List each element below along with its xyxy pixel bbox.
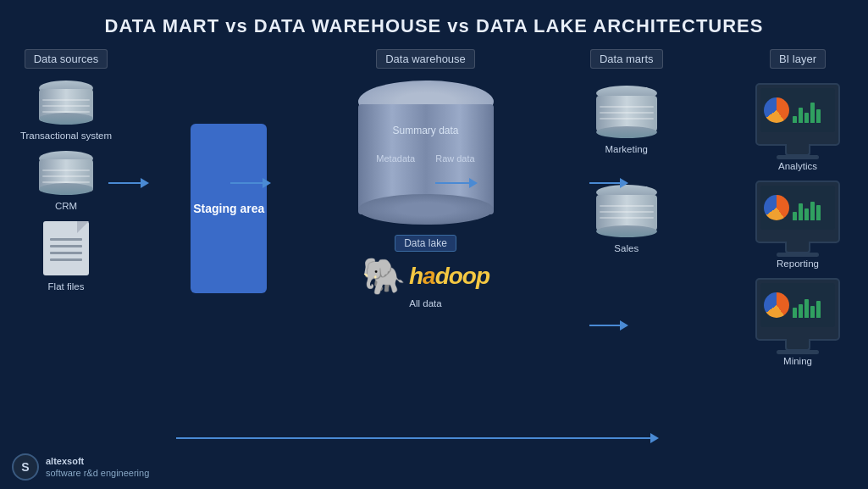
inner-labels: Summary data Metadata Raw data [358, 125, 494, 164]
db-sales [596, 185, 657, 237]
cyl-bottom [596, 225, 657, 237]
bar1 [793, 308, 797, 318]
bar1 [793, 212, 797, 220]
staging-box: Staging area [191, 124, 267, 293]
analytics-screen [760, 88, 835, 132]
arrow-staging-warehouse [230, 178, 271, 188]
bar5 [816, 301, 821, 318]
arrow-head [650, 433, 659, 443]
data-lake-section: Data lake 🐘 hadoop All data [362, 235, 489, 308]
arrow-head [620, 320, 628, 331]
logo-symbol: S [21, 460, 29, 474]
bi-label: BI layer [770, 49, 826, 69]
bar2 [799, 203, 803, 220]
bar5 [816, 205, 821, 220]
meta-label: Metadata [376, 153, 415, 164]
marts-label: Data marts [590, 49, 663, 69]
mining-bars [793, 292, 821, 318]
col-staging: Staging area [182, 49, 275, 293]
bottom-labels: Metadata Raw data [376, 153, 474, 164]
hadoop-logo: 🐘 hadoop [362, 255, 489, 297]
bar4 [810, 306, 815, 318]
arrow-mart-bi [589, 178, 628, 188]
all-data-label: All data [409, 298, 441, 308]
sources-label: Data sources [25, 49, 108, 69]
cyl-lines [42, 99, 90, 117]
bar3 [804, 208, 809, 220]
staging-label: Staging area [193, 202, 264, 215]
monitor-stand [785, 242, 810, 253]
arrow-lake-bi [176, 433, 659, 443]
analytics-label: Analytics [755, 161, 840, 171]
logo-area: S altexsoft software r&d engineering [12, 453, 149, 481]
arrow-head [620, 178, 628, 188]
arrow-head [141, 178, 149, 188]
analytics-bars [793, 97, 821, 123]
bar5 [816, 109, 821, 123]
arrow-head [263, 178, 271, 188]
bar3 [804, 113, 809, 123]
raw-label: Raw data [435, 153, 474, 164]
file-lines [50, 238, 82, 265]
crm-label: CRM [55, 201, 77, 211]
cyl-bottom [596, 126, 657, 138]
db-crm [39, 151, 93, 195]
monitor-stand [785, 339, 810, 351]
hadoop-text: hadoop [409, 263, 489, 290]
logo-name: altexsoft [46, 455, 149, 467]
mining-pie [764, 292, 789, 318]
arrow-line [176, 437, 650, 440]
arrow-line [589, 182, 620, 185]
analytics-pie [764, 97, 789, 123]
analytics-monitor-wrap: Analytics [755, 81, 840, 175]
col-marts: Data marts Marketing Sales [576, 49, 677, 258]
reporting-monitor [755, 181, 840, 243]
flat-file-icon [43, 221, 89, 275]
db-marketing [596, 86, 657, 138]
monitor-stand [785, 144, 810, 156]
warehouse-label: Data warehouse [376, 49, 475, 69]
arrow-mart-bi-sales [589, 320, 628, 331]
cyl-body [39, 159, 93, 192]
bar2 [799, 304, 803, 318]
arrow-line [108, 182, 141, 185]
db-transactional [39, 81, 93, 125]
marketing-label: Marketing [605, 144, 649, 154]
sales-label: Sales [614, 243, 639, 253]
mining-screen [760, 283, 835, 327]
reporting-bars [793, 195, 821, 220]
col-sources: Data sources Transactional system CRM [15, 49, 117, 298]
arrow-head [469, 178, 478, 188]
logo-subtitle: software r&d engineering [46, 467, 149, 479]
monitor-base [777, 253, 819, 257]
bar1 [793, 116, 797, 123]
fold [77, 221, 89, 233]
analytics-monitor [755, 83, 840, 146]
arrow-sources-staging [108, 178, 149, 188]
data-lake-label: Data lake [395, 235, 456, 252]
bar4 [810, 103, 815, 123]
page-title: DATA MART vs DATA WAREHOUSE vs DATA LAKE… [0, 0, 868, 46]
diagram: Data sources Transactional system CRM [0, 49, 868, 479]
monitor-base [777, 350, 819, 354]
cyl-lines [600, 106, 654, 124]
bar2 [799, 108, 803, 123]
big-cylinder: Summary data Metadata Raw data [358, 81, 494, 225]
col-warehouse: Data warehouse Summary data Metadata Raw… [341, 49, 511, 308]
mining-monitor-wrap: Mining [755, 275, 840, 370]
reporting-label: Reporting [755, 258, 840, 269]
reporting-monitor-wrap: Reporting [755, 178, 840, 272]
mining-label: Mining [755, 356, 840, 366]
arrow-wh-mart [435, 178, 478, 188]
summary-label: Summary data [392, 125, 458, 136]
cyl-bottom [358, 194, 494, 225]
mining-monitor [755, 278, 840, 341]
cyl-lines [600, 205, 654, 223]
logo-icon: S [12, 453, 39, 481]
bar3 [804, 299, 809, 318]
logo-text: altexsoft software r&d engineering [46, 455, 149, 480]
cyl-body [39, 89, 93, 121]
reporting-screen [760, 186, 835, 230]
arrow-line [589, 325, 620, 327]
bar4 [810, 202, 815, 220]
